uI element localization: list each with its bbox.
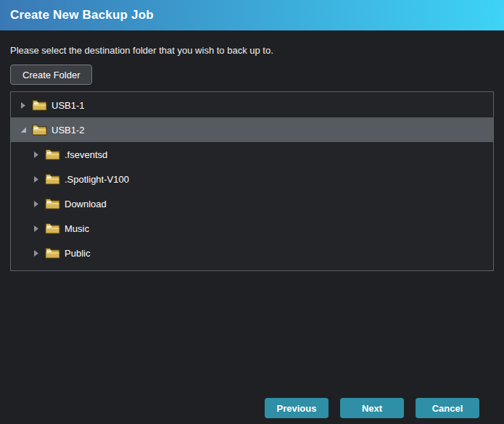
collapse-arrow-icon[interactable] — [20, 126, 27, 133]
dialog-footer: Previous Next Cancel — [265, 398, 479, 418]
folder-icon — [45, 173, 60, 185]
expand-arrow-icon[interactable] — [20, 101, 27, 109]
folder-icon — [45, 149, 60, 160]
tree-row-label: Public — [65, 248, 90, 259]
dialog-header: Create New Backup Job — [0, 0, 504, 30]
tree-row-music[interactable]: Music — [11, 216, 493, 241]
expand-arrow-icon[interactable] — [33, 200, 40, 207]
tree-row-label: Music — [65, 223, 89, 234]
folder-icon — [45, 247, 60, 259]
tree-row-usb1-2[interactable]: USB1-2 — [11, 117, 493, 142]
expand-arrow-icon[interactable] — [33, 225, 40, 232]
dialog-title: Create New Backup Job — [10, 8, 154, 22]
folder-icon — [32, 99, 47, 111]
tree-row-label: USB1-2 — [51, 125, 85, 136]
create-backup-job-dialog: Create New Backup Job Please select the … — [0, 0, 504, 271]
tree-row-usb1-1[interactable]: USB1-1 — [11, 93, 493, 117]
previous-button[interactable]: Previous — [265, 398, 329, 418]
tree-row-fseventsd[interactable]: .fseventsd — [11, 142, 493, 167]
tree-row-label: USB1-1 — [51, 100, 85, 111]
instruction-text: Please select the destination folder tha… — [10, 45, 494, 56]
expand-arrow-icon[interactable] — [33, 175, 40, 183]
folder-icon — [45, 198, 60, 209]
tree-row-spotlight-v100[interactable]: .Spotlight-V100 — [11, 167, 493, 191]
dialog-content: Please select the destination folder tha… — [0, 45, 504, 271]
folder-icon — [32, 124, 47, 136]
folder-icon — [45, 223, 60, 234]
tree-row-label: Download — [65, 199, 107, 209]
tree-row-download[interactable]: Download — [11, 191, 493, 216]
create-folder-button[interactable]: Create Folder — [10, 65, 92, 85]
tree-row-public[interactable]: Public — [11, 241, 493, 265]
cancel-button[interactable]: Cancel — [416, 398, 479, 418]
tree-row-label: .fseventsd — [65, 149, 107, 160]
tree-row-label: .Spotlight-V100 — [65, 174, 129, 185]
next-button[interactable]: Next — [340, 398, 404, 418]
expand-arrow-icon[interactable] — [33, 249, 40, 257]
folder-tree[interactable]: USB1-1USB1-2.fseventsd.Spotlight-V100Dow… — [10, 91, 494, 271]
expand-arrow-icon[interactable] — [33, 151, 40, 158]
